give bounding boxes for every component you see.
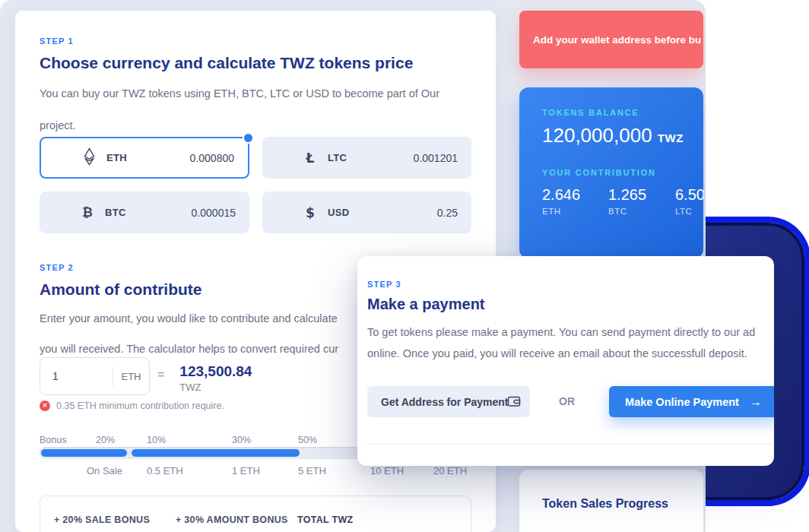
bonus-percent-label: 20% <box>96 435 115 445</box>
step1-description-line1: You can buy our TWZ tokens using ETH, BT… <box>40 83 471 104</box>
error-icon <box>40 401 50 411</box>
result-value: 123,500.84 <box>179 363 252 380</box>
contribution-value: 2.646 <box>542 186 608 204</box>
contribution-ltc: 6.500 LTC <box>675 186 703 216</box>
wallet-address-alert[interactable]: Add your wallet address before bu <box>519 11 703 68</box>
bonus-tick-label: 5 ETH <box>298 465 326 477</box>
bonus-tick-label: 1 ETH <box>232 465 260 477</box>
contribution-unit: BTC <box>608 207 675 216</box>
step3-label: STEP 3 <box>367 280 401 289</box>
btc-icon: ₿ <box>79 204 96 220</box>
bonus-tick-label: On Sale <box>87 465 122 477</box>
wallet-icon <box>507 394 521 410</box>
currency-code: ETH <box>106 152 127 163</box>
step1-section: STEP 1 Choose currency and calculate TWZ… <box>40 36 471 136</box>
tokens-balance-value: 120,000,000 TWZ <box>542 124 703 147</box>
amount-input[interactable] <box>40 370 113 382</box>
sale-bonus-label: + 20% SALE BONUS <box>54 515 150 525</box>
contribution-unit: ETH <box>542 207 608 216</box>
step3-card: STEP 3 Make a payment To get tokens plea… <box>357 256 774 466</box>
contribution-row: 2.646 ETH 1.265 BTC 6.500 LTC <box>542 186 703 216</box>
result-unit: TWZ <box>179 382 252 393</box>
bonus-tick-label: 10 ETH <box>370 465 404 477</box>
bonus-tick-label: 20 ETH <box>433 465 467 477</box>
or-separator: OR <box>550 395 584 407</box>
bonus-percent-label: 30% <box>232 435 251 445</box>
step1-title: Choose currency and calculate TWZ tokens… <box>40 54 471 72</box>
currency-selector: ETH 0.000800 Ł LTC 0.001201 ₿ BTC 0.0000… <box>40 137 471 274</box>
amount-input-box: ETH <box>40 357 150 395</box>
get-address-button[interactable]: Get Address for Payment <box>367 386 530 417</box>
error-text: 0.35 ETH minimum contribution require. <box>56 401 224 411</box>
ltc-icon: Ł <box>302 150 319 166</box>
your-contribution-label: YOUR CONTRIBUTION <box>542 168 703 177</box>
get-address-label: Get Address for Payment <box>381 396 509 408</box>
usd-icon: $ <box>302 205 319 220</box>
bonus-progress-fill <box>41 449 127 457</box>
currency-rate: 0.001201 <box>414 152 458 164</box>
arrow-right-icon: → <box>750 395 762 409</box>
amount-bonus-label: + 30% AMOUNT BONUS <box>176 515 288 525</box>
bonus-axis-label: Bonus <box>40 435 66 445</box>
bonus-percent-label: 10% <box>147 435 166 445</box>
contribution-value: 6.500 <box>675 186 703 204</box>
selected-indicator-dot <box>243 132 254 144</box>
currency-code: USD <box>328 207 349 218</box>
currency-option-usd[interactable]: $ USD 0.25 <box>262 192 471 233</box>
overlay-divider <box>367 444 773 445</box>
token-sales-progress-card: Token Sales Progress <box>519 470 703 532</box>
currency-code: LTC <box>328 152 347 163</box>
equals-sign: = <box>157 368 164 382</box>
tokens-balance-label: TOKENS BALANCE <box>542 108 703 117</box>
conversion-result: 123,500.84 TWZ <box>179 357 252 393</box>
bonus-tick-label: 0.5 ETH <box>147 465 183 477</box>
contribution-btc: 1.265 BTC <box>608 186 675 216</box>
step3-title: Make a payment <box>367 296 485 313</box>
make-online-payment-label: Make Online Payment <box>625 396 739 408</box>
step1-label: STEP 1 <box>40 36 471 46</box>
contribution-eth: 2.646 ETH <box>542 186 608 216</box>
alert-text: Add your wallet address before bu <box>533 34 701 46</box>
amount-unit-label: ETH <box>113 371 149 382</box>
make-online-payment-button[interactable]: Make Online Payment → <box>609 386 774 417</box>
bonus-percent-label: 50% <box>298 435 317 445</box>
total-twz-label: TOTAL TWZ <box>297 515 354 525</box>
currency-rate: 0.25 <box>437 207 458 219</box>
currency-option-ltc[interactable]: Ł LTC 0.001201 <box>262 137 471 179</box>
step3-description-line1: To get tokens please make a payment. You… <box>367 321 773 343</box>
tokens-value: 120,000,000 <box>542 124 652 147</box>
tokens-balance-card: TOKENS BALANCE 120,000,000 TWZ YOUR CONT… <box>519 87 703 258</box>
currency-code: BTC <box>105 207 126 218</box>
ico-purchase-screen: STEP 1 Choose currency and calculate TWZ… <box>0 0 809 532</box>
payment-actions: Get Address for Payment OR Make Online P… <box>367 386 773 417</box>
contribution-value: 1.265 <box>608 186 675 204</box>
currency-option-eth[interactable]: ETH 0.000800 <box>40 137 249 179</box>
contribution-unit: LTC <box>675 207 703 216</box>
step1-description-line2: project. <box>40 115 471 136</box>
currency-rate: 0.000015 <box>192 207 236 219</box>
tokens-unit: TWZ <box>658 131 684 144</box>
token-sales-progress-title: Token Sales Progress <box>542 497 703 511</box>
bonus-summary-box: + 20% SALE BONUS + 30% AMOUNT BONUS TOTA… <box>40 496 471 532</box>
currency-option-btc[interactable]: ₿ BTC 0.000015 <box>40 192 249 233</box>
eth-icon <box>81 147 97 169</box>
step3-description-line2: online. Once you paid, you will receive … <box>367 343 773 364</box>
bonus-progress-fill <box>132 449 300 457</box>
currency-rate: 0.000800 <box>190 152 234 164</box>
